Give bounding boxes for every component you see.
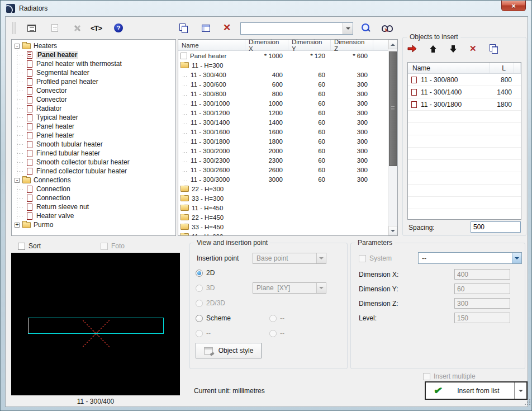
tree-row[interactable]: Panel heater with thermostat — [12, 59, 175, 68]
column-header-dimz[interactable]: Dimension Z — [331, 40, 373, 50]
catalog-row[interactable]: 22 - H=450 — [178, 212, 397, 222]
copy-button[interactable] — [178, 22, 189, 34]
toolbar-grip[interactable] — [12, 22, 16, 34]
insert-row-length: 1800 — [490, 101, 514, 108]
catalog-row[interactable]: 33 - H=450 — [178, 222, 397, 232]
catalog-row[interactable]: 33 - H=300 — [178, 193, 397, 203]
folder-icon — [180, 62, 189, 68]
move-down-icon[interactable] — [449, 45, 457, 53]
catalog-name: 11 - 300/1000 — [191, 100, 230, 107]
object-style-button[interactable]: Object style — [196, 343, 262, 358]
catalog-scrollbar[interactable] — [388, 40, 397, 235]
tree-row[interactable]: Profiled panel heater — [12, 77, 175, 86]
add-to-list-icon[interactable] — [407, 45, 417, 53]
dimension-y-value: 60 — [288, 81, 331, 88]
spacing-input[interactable] — [471, 221, 521, 233]
tree-row[interactable]: Connections — [12, 176, 175, 185]
insert-dropdown-button[interactable] — [514, 382, 526, 399]
titlebar[interactable]: Radiators × — [1, 1, 531, 16]
insert-from-list-button[interactable]: ✔ Insert from list — [425, 381, 528, 400]
radio-2d[interactable] — [196, 270, 203, 277]
duplicate-icon[interactable] — [489, 44, 498, 53]
dropdown-button[interactable] — [512, 253, 521, 263]
scroll-up-button[interactable] — [388, 40, 397, 49]
text-symbol-button[interactable]: <T> — [91, 22, 102, 34]
catalog-row[interactable]: 11 - 300/1000 1000 60 300 — [178, 98, 397, 108]
catalog-row[interactable]: 11 - H=300 — [178, 60, 397, 70]
tree-row[interactable]: Panel heater — [12, 131, 175, 140]
column-header-dimy[interactable]: Dimension Y — [288, 40, 331, 50]
insert-row[interactable]: 11 - 300/800 800 — [408, 74, 521, 86]
catalog-row[interactable]: 11 - 300/1600 1600 60 300 — [178, 127, 397, 136]
tree-row[interactable]: Smooth tubular heater — [12, 140, 175, 149]
system-label: System — [369, 254, 392, 262]
dialog-mode-button[interactable] — [26, 22, 37, 34]
table-view-button[interactable] — [200, 22, 211, 34]
system-combobox[interactable]: -- — [418, 252, 522, 264]
tree-row[interactable]: Finned tubular heater — [12, 149, 175, 158]
radio-dash — [196, 330, 203, 337]
checkbox-icon[interactable] — [180, 53, 187, 59]
search-input[interactable] — [241, 23, 343, 34]
tree-item-label: Purmo — [34, 221, 53, 229]
tree-row[interactable]: Finned collector tubular heater — [12, 167, 175, 176]
tree-row[interactable]: Panel heater — [12, 122, 175, 131]
tree-row[interactable]: Convector — [12, 95, 175, 104]
tree-row[interactable]: Radiator — [12, 104, 175, 113]
scroll-down-button[interactable] — [388, 226, 397, 235]
parameters-group: Parameters System -- Dimension X: Dimens… — [350, 243, 525, 369]
column-header-name[interactable]: Name — [178, 40, 245, 50]
column-header-dimx[interactable]: Dimension X — [245, 40, 288, 50]
catalog-row[interactable]: 11 - 300/1400 1400 60 300 — [178, 117, 397, 127]
column-header-name[interactable]: Name — [408, 63, 490, 73]
move-up-icon[interactable] — [429, 45, 437, 53]
remove-icon[interactable]: ✕ — [469, 44, 477, 53]
folder-icon — [180, 224, 189, 230]
resize-grip[interactable] — [525, 404, 526, 405]
radio-scheme[interactable] — [196, 315, 203, 322]
tree-row[interactable]: Connection — [12, 193, 175, 202]
help-button[interactable]: ? — [113, 22, 124, 34]
catalog-row[interactable]: 11 - 300/1800 1800 60 300 — [178, 136, 397, 146]
tree-row[interactable]: Smooth collector tubular heater — [12, 158, 175, 167]
catalog-row[interactable]: 11 - 300/3000 3000 60 300 — [178, 174, 397, 184]
tree-row[interactable]: Heaters — [12, 41, 175, 50]
search-dropdown-button[interactable] — [343, 23, 353, 34]
catalog-row[interactable]: 11 - 300/800 800 60 300 — [178, 89, 397, 98]
close-button[interactable]: × — [501, 1, 526, 11]
insert-row[interactable]: 11 - 300/1800 1800 — [408, 98, 521, 111]
radiators-dialog: Radiators × <T> ? ✕ × — [0, 0, 532, 411]
tree-row[interactable]: Segmental heater — [12, 68, 175, 77]
scrollbar-thumb[interactable] — [389, 51, 397, 166]
tree-row[interactable]: Convector — [12, 86, 175, 95]
tree-row[interactable]: Panel heater — [12, 50, 175, 59]
tree-row[interactable]: Typical heater — [12, 113, 175, 122]
search-button[interactable] — [360, 22, 371, 34]
catalog-row[interactable]: 11 - 300/600 600 60 300 — [178, 79, 397, 89]
delete-button[interactable]: ✕ — [221, 22, 232, 34]
catalog-row[interactable]: 11 - 300/2300 2300 60 300 — [178, 155, 397, 165]
find-button[interactable]: × — [381, 22, 392, 34]
tree-expand-icon[interactable] — [15, 44, 20, 49]
tree-item-label: Convector — [36, 96, 67, 103]
tree-row[interactable]: Return sleeve nut — [12, 202, 175, 211]
level-input — [454, 313, 510, 323]
catalog-row[interactable]: 11 - H=450 — [178, 203, 397, 212]
catalog-name: 11 - 300/2300 — [191, 157, 230, 164]
insert-row[interactable]: 11 - 300/1400 1400 — [408, 86, 521, 98]
catalog-row[interactable]: 22 - H=300 — [178, 184, 397, 193]
tree-row[interactable]: Connection — [12, 185, 175, 193]
catalog-row[interactable]: 11 - H=600 — [178, 232, 397, 236]
catalog-row[interactable]: 11 - 300/2000 2000 60 300 — [178, 146, 397, 155]
tree-row[interactable]: Heater valve — [12, 211, 175, 220]
catalog-row[interactable]: 11 - 300/2600 2600 60 300 — [178, 165, 397, 174]
tree-item-label: Convector — [36, 87, 67, 95]
catalog-row[interactable]: Panel heater * 1000 * 120 * 600 — [178, 51, 397, 60]
catalog-row[interactable]: 11 - 300/400 400 60 300 — [178, 70, 397, 79]
tree-expand-icon[interactable] — [15, 223, 20, 228]
column-header-l[interactable]: L — [490, 63, 514, 73]
sort-checkbox[interactable] — [18, 243, 25, 250]
catalog-row[interactable]: 11 - 300/1200 1200 60 300 — [178, 108, 397, 117]
tree-expand-icon[interactable] — [15, 178, 20, 183]
tree-row[interactable]: Purmo — [12, 220, 175, 229]
